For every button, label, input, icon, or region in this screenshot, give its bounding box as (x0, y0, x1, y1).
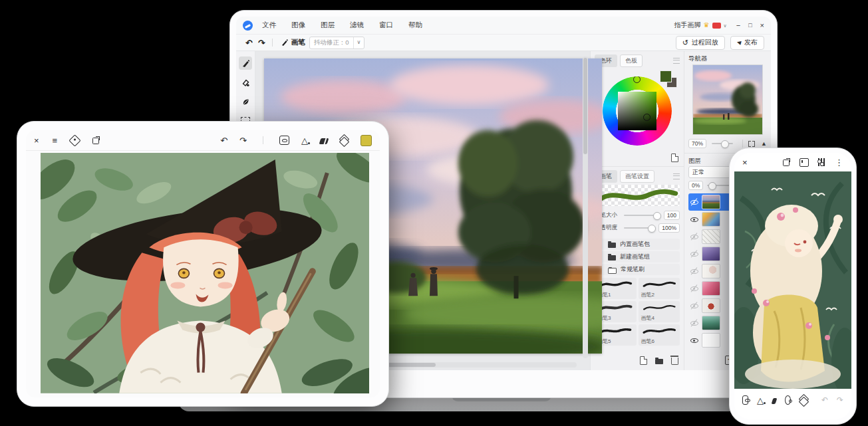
brush-tool-button[interactable] (239, 56, 252, 70)
eye-off-icon[interactable] (690, 233, 698, 241)
brush-item-label: 画笔6 (641, 338, 678, 345)
eye-off-icon[interactable] (690, 284, 698, 292)
slider-knob[interactable] (708, 182, 716, 190)
adjust-icon[interactable] (817, 158, 825, 166)
brush-opacity-value[interactable]: 100% (658, 223, 680, 233)
foreground-color-swatch[interactable] (660, 70, 672, 82)
eye-off-icon[interactable] (690, 198, 698, 206)
brush-icon[interactable]: △ (301, 136, 308, 145)
panel-menu-icon[interactable] (673, 58, 680, 64)
active-tool-indicator[interactable]: 画笔 (281, 38, 305, 47)
brush-group-common[interactable]: ∨ 常规笔刷 (595, 264, 680, 275)
color-wheel-box (595, 69, 680, 153)
menu-icon[interactable]: ≡ (53, 136, 58, 145)
current-color-swatch[interactable] (361, 135, 372, 146)
menu-help[interactable]: 帮助 (408, 21, 422, 30)
palette-icon[interactable] (785, 395, 790, 405)
hue-marker[interactable] (633, 76, 641, 83)
layer-opacity-value[interactable]: 0% (688, 181, 703, 190)
replay-icon: ↺ (682, 39, 688, 47)
undo-button[interactable]: ↶ (243, 39, 255, 47)
menu-layer[interactable]: 图层 (321, 21, 335, 30)
export-icon[interactable] (92, 136, 100, 144)
brush-size-value[interactable]: 100 (664, 211, 680, 220)
brush-item[interactable]: 画笔6 (639, 324, 680, 346)
eye-icon[interactable] (690, 336, 698, 344)
brush-item-label: 画笔2 (641, 291, 678, 298)
new-swatch-icon[interactable] (671, 154, 678, 162)
delete-icon[interactable] (671, 358, 678, 365)
redo-button[interactable]: ↷ (255, 39, 268, 47)
layers-icon[interactable] (340, 136, 349, 145)
undo-icon[interactable]: ↶ (821, 396, 828, 404)
replay-label: 过程回放 (692, 38, 718, 47)
canvas-artwork[interactable] (734, 171, 851, 389)
sv-marker[interactable] (643, 114, 651, 121)
slider-knob[interactable] (653, 212, 661, 220)
brush-size-slider[interactable] (624, 215, 660, 216)
eye-off-icon[interactable] (690, 267, 698, 275)
vscroll-thumb[interactable] (583, 58, 587, 154)
menu-image[interactable]: 图像 (291, 21, 305, 30)
eraser-tool-button[interactable] (239, 76, 252, 89)
transform-icon[interactable] (742, 395, 748, 405)
eye-icon[interactable] (690, 215, 698, 223)
layers-icon[interactable] (799, 396, 804, 405)
canvas-artwork[interactable] (41, 153, 369, 393)
eye-off-icon[interactable] (690, 302, 698, 310)
account-menu[interactable]: 指手画脚 ♛ ∨ (674, 21, 727, 30)
transform-icon[interactable] (279, 136, 289, 145)
eye-off-icon[interactable] (690, 250, 698, 258)
redo-icon[interactable]: ↷ (837, 396, 843, 404)
brush-item[interactable]: 画笔2 (639, 278, 680, 299)
vertical-scrollbar[interactable] (583, 56, 588, 358)
brush-icon[interactable]: △ (757, 396, 764, 405)
new-brush-icon[interactable] (640, 356, 647, 365)
account-name: 指手画脚 (674, 21, 701, 30)
kebab-menu-icon[interactable]: ⋮ (835, 158, 843, 167)
menu-file[interactable]: 文件 (262, 21, 276, 30)
slider-knob[interactable] (648, 225, 656, 233)
folder-icon (608, 243, 616, 248)
minimize-button[interactable]: − (736, 22, 740, 29)
publish-button[interactable]: ◀ 发布 (730, 36, 764, 50)
close-icon[interactable]: × (742, 158, 748, 167)
close-button[interactable]: × (760, 22, 764, 29)
tab-brush-settings[interactable]: 画笔设置 (620, 170, 654, 183)
tab-color-swatches[interactable]: 色板 (620, 54, 643, 67)
export-icon[interactable] (783, 158, 791, 166)
flip-canvas-icon[interactable]: ▲ (761, 141, 767, 147)
maximize-button[interactable]: □ (748, 23, 752, 29)
brush-group-new[interactable]: › 新建画笔组 (595, 251, 680, 263)
app-logo-icon[interactable] (243, 21, 253, 31)
settings-icon[interactable] (69, 134, 80, 146)
eraser-icon[interactable] (772, 398, 778, 404)
new-group-icon[interactable] (655, 359, 663, 364)
fit-view-icon[interactable] (748, 141, 755, 147)
eraser-icon[interactable] (319, 138, 329, 144)
zoom-value[interactable]: 70% (688, 139, 706, 148)
panel-menu-icon[interactable] (673, 173, 680, 179)
crown-icon: ♛ (704, 22, 710, 29)
menu-window[interactable]: 窗口 (379, 21, 393, 30)
info-icon[interactable] (799, 158, 809, 167)
saturation-square[interactable] (618, 92, 656, 130)
zoom-slider[interactable] (712, 143, 733, 144)
chevron-down-icon[interactable]: ∨ (354, 39, 364, 47)
tablet-canvas[interactable] (26, 151, 380, 397)
undo-icon[interactable]: ↶ (220, 136, 227, 145)
eye-off-icon[interactable] (690, 319, 698, 327)
brush-item-label: 画笔1 (597, 291, 634, 298)
brush-item[interactable]: 画笔4 (639, 301, 680, 322)
menu-filter[interactable]: 滤镜 (350, 21, 364, 30)
slider-knob[interactable] (721, 140, 729, 148)
navigator-thumbnail[interactable] (692, 64, 763, 135)
close-icon[interactable]: × (34, 136, 39, 145)
brush-opacity-slider[interactable] (624, 227, 654, 229)
replay-button[interactable]: ↺ 过程回放 (676, 36, 725, 50)
brush-group-builtin[interactable]: › 内置画笔包 (595, 239, 680, 250)
stabilizer-control[interactable]: 抖动修正：0 ∨ (309, 37, 365, 49)
phone-canvas[interactable] (734, 171, 851, 390)
redo-icon[interactable]: ↷ (239, 136, 247, 145)
smudge-tool-button[interactable] (239, 95, 252, 108)
